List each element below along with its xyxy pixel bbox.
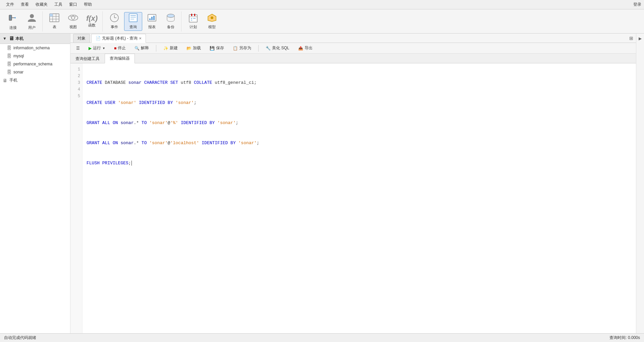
run-button[interactable]: ▶ 运行 ▼ [86,44,108,52]
run-dropdown-icon: ▼ [102,47,105,50]
view-label: 视图 [69,24,77,30]
event-icon [109,13,119,24]
stop-button[interactable]: ■ 停止 [111,44,129,52]
query-editor-tab[interactable]: 查询编辑器 [105,54,135,63]
toolbar-table-button[interactable]: 表 [45,12,63,31]
menu-window[interactable]: 窗口 [66,0,80,9]
menu-favorites[interactable]: 收藏夹 [32,0,51,9]
code-line-1: CREATE DATABASE sonar CHARACTER SET utf8… [87,79,632,86]
beautify-label: 美化 SQL [272,45,289,51]
sidebar-item-label: 手机 [9,77,17,83]
menu-file[interactable]: 文件 [3,0,17,9]
stop-label: 停止 [118,45,126,51]
db-icon-1: 🗄 [7,45,11,51]
schedule-label: 计划 [190,24,197,30]
tab-close-button[interactable]: ✕ [139,37,142,40]
sidebar-item-phone[interactable]: 🖥 手机 [0,76,70,84]
report-label: 报表 [148,24,156,30]
backup-label: 备份 [167,24,174,30]
svg-point-38 [211,16,213,19]
sidebar-item-information_schema[interactable]: 🗄 information_schema [0,44,70,52]
svg-point-5 [14,17,16,18]
view-icon [68,13,78,24]
menu-help[interactable]: 帮助 [80,0,95,9]
save-as-button[interactable]: 📋 另存为 [230,44,254,52]
toolbar-event-button[interactable]: 事件 [105,12,123,31]
toolbar-group-advanced: 计划 模型 [183,11,222,32]
schedule-icon [188,13,198,24]
query-tab-icon: 📄 [96,36,101,41]
toolbar-connect-button[interactable]: 连接 [4,12,22,31]
sidebar-item-performance_schema[interactable]: 🗄 performance_schema [0,60,70,68]
code-area[interactable]: CREATE DATABASE sonar CHARACTER SET utf8… [83,63,636,333]
db-icon-2: 🗄 [7,53,11,59]
connect-icon [8,12,18,24]
toolbar-function-button[interactable]: f(x) 函数 [83,12,101,31]
query-editor-tab-label: 查询编辑器 [110,56,130,61]
object-tab[interactable]: 对象 [73,34,90,43]
toolbar-divider-2 [258,45,259,52]
statusbar: 自动完成代码就绪 查询时间: 0.000s [0,333,644,342]
query-builder-tab[interactable]: 查询创建工具 [70,54,105,63]
backup-icon [166,13,176,24]
user-icon [26,12,37,24]
menu-button[interactable]: ☰ [73,45,83,52]
sidebar: ▼ 🖥 本机 🗄 information_schema 🗄 mysql 🗄 pe… [0,34,70,333]
explain-icon: 🔍 [135,46,140,51]
toolbar-backup-button[interactable]: 备份 [162,12,180,31]
code-editor[interactable]: 1 2 3 4 5 CREATE DATABASE sonar CHARACTE… [70,63,636,333]
svg-rect-32 [191,14,192,16]
login-button[interactable]: 登录 [633,2,641,7]
svg-point-6 [30,14,34,18]
new-button[interactable]: ✨ 新建 [160,44,181,52]
beautify-button[interactable]: 🔧 美化 SQL [263,44,292,52]
model-label: 模型 [208,24,216,30]
stop-icon: ■ [114,46,116,51]
toolbar: 连接 用户 [0,9,644,34]
right-panel-icon[interactable]: ▶ [639,36,642,41]
sidebar-header: ▼ 🖥 本机 [0,34,70,44]
menu-tools[interactable]: 工具 [51,0,66,9]
explain-button[interactable]: 🔍 解释 [131,44,152,52]
toolbar-user-button[interactable]: 用户 [23,12,41,31]
user-label: 用户 [28,25,36,30]
right-panel: ▶ [636,34,644,333]
line-num-4: 4 [70,86,80,93]
svg-rect-3 [10,18,11,19]
query-tab[interactable]: 📄 无标题 (本机) - 查询 ✕ [91,34,146,43]
save-button[interactable]: 💾 保存 [207,44,227,52]
new-label: 新建 [170,45,178,51]
export-button[interactable]: 📤 导出 [295,44,316,52]
sidebar-item-mysql[interactable]: 🗄 mysql [0,52,70,60]
new-icon: ✨ [163,46,168,51]
load-button[interactable]: 📂 加载 [183,44,204,52]
run-label: 运行 [93,45,101,51]
inner-tabs: 查询创建工具 查询编辑器 [70,54,636,63]
svg-rect-20 [129,14,137,22]
svg-rect-16 [73,15,76,17]
object-tab-label: 对象 [77,36,86,41]
code-line-2: CREATE USER 'sonar' IDENTIFIED BY 'sonar… [87,100,632,106]
toolbar-view-button[interactable]: 视图 [64,12,82,31]
tab-bar-actions: ⊞ [629,36,633,41]
menu-view[interactable]: 查看 [17,0,32,9]
sidebar-expand-icon[interactable]: ▼ [3,36,7,41]
toolbar-query-button[interactable]: 查询 [124,12,142,31]
toolbar-group-objects: 表 视图 f(x) 函数 [44,11,103,32]
line-num-2: 2 [70,73,80,79]
sidebar-item-label: performance_schema [13,62,52,66]
beautify-icon: 🔧 [266,46,271,51]
toolbar-group-tools: 事件 查询 报表 [104,11,181,32]
save-as-label: 另存为 [239,45,251,51]
svg-rect-2 [10,17,11,18]
toolbar-schedule-button[interactable]: 计划 [184,12,202,31]
sidebar-item-sonar[interactable]: 🗄 sonar [0,68,70,76]
line-num-1: 1 [70,66,80,73]
toolbar-model-button[interactable]: 模型 [203,12,221,31]
export-icon: 📤 [298,46,303,51]
toolbar-report-button[interactable]: 报表 [143,12,161,31]
tab-options-icon[interactable]: ⊞ [629,36,633,41]
code-line-5: FLUSH PRIVILEGES; [87,160,632,167]
hamburger-icon: ☰ [76,46,80,51]
query-toolbar: ☰ ▶ 运行 ▼ ■ 停止 🔍 解释 ✨ 新建 📂 加载 [70,43,636,54]
